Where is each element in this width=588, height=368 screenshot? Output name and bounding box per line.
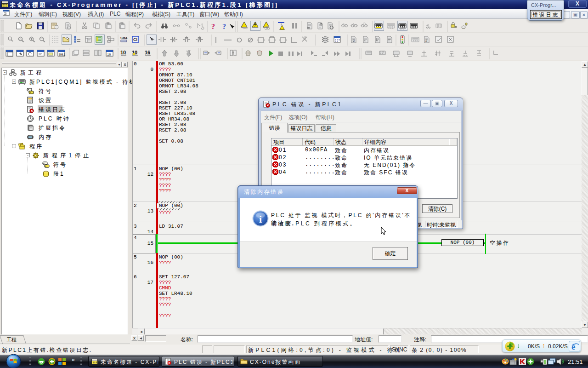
svg-text:001: 001 bbox=[59, 52, 66, 57]
svg-text:2: 2 bbox=[425, 39, 428, 43]
svg-text:?: ? bbox=[222, 23, 226, 30]
svg-text:?: ? bbox=[211, 23, 215, 30]
svg-text:2: 2 bbox=[353, 39, 355, 43]
svg-text:i: i bbox=[259, 213, 262, 225]
svg-text:10: 10 bbox=[107, 53, 111, 57]
svg-text:CI: CI bbox=[133, 37, 137, 42]
svg-text:SMA: SMA bbox=[120, 36, 128, 40]
